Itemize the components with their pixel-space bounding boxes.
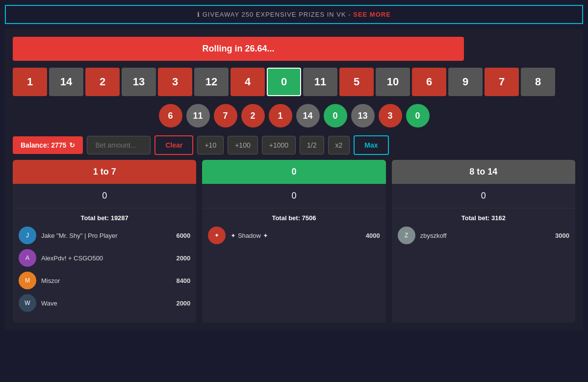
center-total: Total bet: 7506 <box>208 214 380 222</box>
history-circle: 14 <box>296 104 320 127</box>
bet-input[interactable] <box>87 136 151 154</box>
history-circle: 13 <box>351 104 375 127</box>
history-circle: 2 <box>241 104 265 127</box>
bettor-row: WWave2000 <box>19 294 190 312</box>
strip-number: 10 <box>376 68 410 96</box>
right-amount: 0 <box>392 184 575 208</box>
strip-number: 5 <box>339 68 374 96</box>
banner-icon: ℹ <box>197 11 200 18</box>
bettor-row: AAlexPdv! + CSGO5002000 <box>19 249 190 267</box>
strip-number: 8 <box>521 68 555 96</box>
left-total: Total bet: 19287 <box>19 214 190 222</box>
number-strip: 11421331240115106978 <box>13 68 575 96</box>
banner-text: GIVEAWAY 250 EXPENSIVE PRIZES IN VK - <box>203 11 351 18</box>
strip-number: 3 <box>158 68 192 96</box>
plus1000-button[interactable]: +1000 <box>262 136 296 154</box>
bettor-amount: 3000 <box>555 232 569 239</box>
avatar: J <box>19 227 36 244</box>
history-circle: 11 <box>186 104 210 127</box>
bettor-amount: 8400 <box>176 277 190 284</box>
strip-number: 13 <box>122 68 156 96</box>
left-amount: 0 <box>13 184 196 208</box>
bettor-name: Wave <box>41 300 171 307</box>
bet-sections: 1 to 7 0 Total bet: 19287 JJake "Mr. Shy… <box>13 160 575 323</box>
bettor-name: Jake "Mr. Shy" | Pro Player <box>41 232 171 239</box>
center-header[interactable]: 0 <box>202 160 385 184</box>
history-circle: 3 <box>379 104 402 127</box>
balance-button[interactable]: Balance: 2775 <box>13 136 83 154</box>
balance-label: Balance: 2775 <box>21 141 66 149</box>
avatar: Z <box>398 227 415 244</box>
max-button[interactable]: Max <box>354 135 388 155</box>
bettor-amount: 6000 <box>176 232 190 239</box>
strip-number: 0 <box>267 68 301 96</box>
avatar: W <box>19 294 36 312</box>
avatar: ✦ <box>208 227 226 244</box>
strip-number: 7 <box>485 68 519 96</box>
half-button[interactable]: 1/2 <box>300 136 324 154</box>
left-body: Total bet: 19287 JJake "Mr. Shy" | Pro P… <box>13 208 196 323</box>
strip-number: 14 <box>49 68 83 96</box>
bettor-amount: 2000 <box>176 255 190 262</box>
banner-link[interactable]: SEE MORE <box>353 11 391 18</box>
plus10-button[interactable]: +10 <box>197 136 224 154</box>
strip-number: 11 <box>303 68 337 96</box>
center-amount: 0 <box>202 184 385 208</box>
controls-row: Balance: 2775 Clear +10 +100 +1000 1/2 x… <box>13 135 575 155</box>
strip-number: 4 <box>230 68 265 96</box>
history-circle: 0 <box>406 104 430 127</box>
bet-section-right: 8 to 14 0 Total bet: 3162 Zzbyszkoff3000 <box>392 160 575 323</box>
refresh-icon <box>69 141 75 149</box>
bettor-row: MMiszor8400 <box>19 272 190 289</box>
bettor-row: ✦✦ Shadow ✦4000 <box>208 227 380 244</box>
bettor-row: JJake "Mr. Shy" | Pro Player6000 <box>19 227 190 244</box>
right-total: Total bet: 3162 <box>398 214 569 222</box>
bettor-amount: 2000 <box>176 300 190 307</box>
strip-number: 2 <box>85 68 120 96</box>
bettor-name: ✦ Shadow ✦ <box>230 232 360 239</box>
plus100-button[interactable]: +100 <box>228 136 258 154</box>
x2-button[interactable]: x2 <box>328 136 350 154</box>
rolling-bar: Rolling in 26.64... <box>13 37 464 61</box>
clear-button[interactable]: Clear <box>154 135 193 155</box>
bettor-row: Zzbyszkoff3000 <box>398 227 569 244</box>
strip-number: 12 <box>194 68 229 96</box>
strip-number: 9 <box>448 68 483 96</box>
bettor-name: AlexPdv! + CSGO500 <box>41 255 171 262</box>
bet-section-left: 1 to 7 0 Total bet: 19287 JJake "Mr. Shy… <box>13 160 196 323</box>
rolling-text: Rolling in 26.64... <box>202 44 274 53</box>
history-circle: 1 <box>269 104 292 127</box>
bettor-name: Miszor <box>41 277 171 284</box>
center-body: Total bet: 7506 ✦✦ Shadow ✦4000 <box>202 208 385 255</box>
banner: ℹ GIVEAWAY 250 EXPENSIVE PRIZES IN VK - … <box>5 5 583 24</box>
left-header[interactable]: 1 to 7 <box>13 160 196 184</box>
avatar: A <box>19 249 36 267</box>
right-body: Total bet: 3162 Zzbyszkoff3000 <box>392 208 575 255</box>
strip-number: 6 <box>412 68 446 96</box>
avatar: M <box>19 272 36 289</box>
bet-section-center: 0 0 Total bet: 7506 ✦✦ Shadow ✦4000 <box>202 160 385 323</box>
bettor-amount: 4000 <box>366 232 380 239</box>
main-container: Rolling in 26.64... 11421331240115106978… <box>5 29 583 331</box>
bettor-name: zbyszkoff <box>420 232 550 239</box>
strip-number: 1 <box>13 68 47 96</box>
history-circle: 7 <box>214 104 237 127</box>
history-circle: 0 <box>324 104 347 127</box>
right-header[interactable]: 8 to 14 <box>392 160 575 184</box>
history-circle: 6 <box>159 104 182 127</box>
history-circles: 6117211401330 <box>13 104 575 127</box>
